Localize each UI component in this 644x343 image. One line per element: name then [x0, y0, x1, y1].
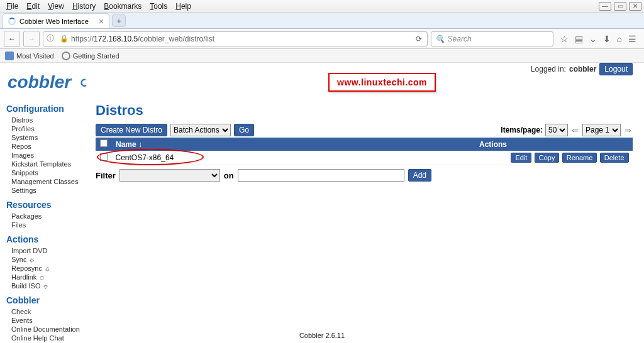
- sidebar-item-reposync[interactable]: Reposync ☼: [6, 264, 89, 273]
- sidebar-heading-resources: Resources: [6, 200, 89, 210]
- sidebar-item-events[interactable]: Events: [6, 316, 89, 325]
- menu-history[interactable]: History: [69, 1, 99, 12]
- column-actions: Actions: [475, 138, 633, 151]
- sidebar-item-packages[interactable]: Packages: [6, 212, 89, 220]
- site-info-icon[interactable]: ⓘ: [43, 33, 57, 44]
- sidebar-item-management-classes[interactable]: Management Classes: [6, 177, 89, 186]
- sidebar-item-kickstart-templates[interactable]: Kickstart Templates: [6, 160, 89, 168]
- bookmark-star-icon[interactable]: ☆: [560, 34, 569, 44]
- url-text: https://172.168.10.5/cobbler_web/distro/…: [71, 35, 214, 43]
- sidebar-item-images[interactable]: Images: [6, 151, 89, 160]
- filter-label: Filter: [96, 171, 116, 180]
- browser-tab[interactable]: Cobbler Web Interface ×: [3, 13, 109, 28]
- pocket-icon[interactable]: ⌄: [589, 34, 597, 44]
- sidebar-item-files[interactable]: Files: [6, 220, 89, 229]
- distro-name-cell[interactable]: CentOS7-x86_64: [112, 151, 475, 165]
- table-row: CentOS7-x86_64 Edit Copy Rename Delete: [96, 151, 633, 165]
- bookmark-most-visited[interactable]: Most Visited: [5, 52, 54, 60]
- url-bar[interactable]: ⓘ 🔒 https://172.168.10.5/cobbler_web/dis…: [43, 31, 428, 46]
- column-name[interactable]: Name ↓: [112, 138, 475, 151]
- go-button[interactable]: Go: [234, 124, 254, 136]
- filter-row: Filter on Add: [96, 169, 633, 182]
- filter-value-input[interactable]: [238, 169, 404, 182]
- sidebar-item-snippets[interactable]: Snippets: [6, 168, 89, 177]
- add-filter-button[interactable]: Add: [408, 169, 431, 182]
- forward-button: →: [23, 31, 40, 47]
- cobbler-logo: cobbler: [8, 72, 89, 96]
- sidebar-item-build-iso[interactable]: Build ISO ☼: [6, 281, 89, 290]
- sidebar-item-import-dvd[interactable]: Import DVD: [6, 246, 89, 255]
- loading-spinner-icon: [8, 18, 16, 25]
- watermark-overlay: www.linuxtechi.com: [328, 73, 436, 92]
- select-all-header[interactable]: [96, 138, 112, 151]
- batch-actions-select[interactable]: Batch Actions: [170, 124, 231, 136]
- edit-button[interactable]: Edit: [511, 153, 531, 163]
- menu-tools[interactable]: Tools: [146, 1, 171, 12]
- logged-in-user: cobbler: [569, 65, 596, 74]
- prev-page-icon[interactable]: ⇐: [570, 126, 580, 135]
- globe-icon: [62, 52, 70, 60]
- menu-file[interactable]: File: [3, 1, 22, 12]
- delete-button[interactable]: Delete: [600, 153, 629, 163]
- sidebar-heading-configuration: Configuration: [6, 104, 89, 114]
- menu-bookmarks[interactable]: Bookmarks: [100, 1, 145, 12]
- copy-button[interactable]: Copy: [535, 153, 560, 163]
- tab-title: Cobbler Web Interface: [19, 18, 89, 25]
- filter-on-label: on: [224, 171, 234, 180]
- bookmark-folder-icon: [5, 52, 14, 60]
- downloads-icon[interactable]: ⬇: [603, 34, 611, 44]
- bookmarks-bar: Most Visited Getting Started: [0, 49, 644, 63]
- main-content: Logged in: cobbler Logout www.linuxtechi…: [96, 63, 644, 343]
- sidebar-heading-cobbler: Cobbler: [6, 295, 89, 305]
- row-checkbox[interactable]: [100, 153, 108, 161]
- menu-view[interactable]: View: [44, 1, 68, 12]
- browser-toolbar: ← → ⓘ 🔒 https://172.168.10.5/cobbler_web…: [0, 29, 644, 49]
- page-title: Distros: [96, 102, 633, 119]
- rename-button[interactable]: Rename: [562, 153, 597, 163]
- bookmark-getting-started[interactable]: Getting Started: [62, 52, 119, 60]
- refresh-icon[interactable]: ⟳: [411, 35, 427, 43]
- tab-close-icon[interactable]: ×: [99, 16, 104, 26]
- items-per-page-select[interactable]: 50: [545, 124, 568, 136]
- browser-menubar: File Edit View History Bookmarks Tools H…: [0, 0, 644, 13]
- sidebar-item-repos[interactable]: Repos: [6, 142, 89, 151]
- filter-field-select[interactable]: [119, 169, 220, 182]
- sidebar-item-profiles[interactable]: Profiles: [6, 124, 89, 133]
- sidebar-item-systems[interactable]: Systems: [6, 133, 89, 142]
- menu-help[interactable]: Help: [172, 1, 195, 12]
- lock-icon: 🔒: [57, 35, 71, 43]
- create-distro-button[interactable]: Create New Distro: [96, 124, 167, 136]
- search-box[interactable]: 🔍 Search: [431, 31, 553, 46]
- window-minimize-icon[interactable]: —: [599, 2, 611, 11]
- next-page-icon[interactable]: ⇒: [623, 126, 633, 135]
- browser-tabbar: Cobbler Web Interface × +: [0, 13, 644, 29]
- sidebar-heading-actions: Actions: [6, 234, 89, 244]
- sidebar-item-check[interactable]: Check: [6, 307, 89, 316]
- checkbox-icon[interactable]: [100, 139, 108, 147]
- pager: Items/page: 50 ⇐ Page 1 ⇒: [501, 124, 633, 136]
- distro-table: Name ↓ Actions CentOS7-x86_64 Edit Copy …: [96, 138, 633, 165]
- menu-edit[interactable]: Edit: [23, 1, 43, 12]
- login-status: Logged in: cobbler Logout: [531, 63, 633, 75]
- library-icon[interactable]: ▤: [575, 34, 583, 44]
- sidebar-item-hardlink[interactable]: Hardlink ☼: [6, 273, 89, 281]
- sidebar-item-settings[interactable]: Settings: [6, 186, 89, 195]
- search-icon: 🔍: [435, 35, 445, 43]
- search-placeholder: Search: [448, 35, 472, 43]
- hamburger-menu-icon[interactable]: ☰: [628, 34, 636, 44]
- new-tab-button[interactable]: +: [112, 14, 126, 27]
- home-icon[interactable]: ⌂: [617, 34, 622, 44]
- sidebar-item-sync[interactable]: Sync ☼: [6, 255, 89, 264]
- sidebar: cobbler ConfigurationDistrosProfilesSyst…: [0, 63, 96, 343]
- page-select[interactable]: Page 1: [582, 124, 621, 136]
- logout-button[interactable]: Logout: [599, 63, 633, 75]
- items-per-page-label: Items/page:: [501, 126, 543, 134]
- svg-text:cobbler: cobbler: [8, 72, 72, 92]
- sidebar-item-distros[interactable]: Distros: [6, 116, 89, 124]
- window-restore-icon[interactable]: ▭: [614, 2, 626, 11]
- footer-version: Cobbler 2.6.11: [0, 332, 644, 339]
- back-button[interactable]: ←: [4, 31, 20, 47]
- window-close-icon[interactable]: ✕: [629, 2, 641, 11]
